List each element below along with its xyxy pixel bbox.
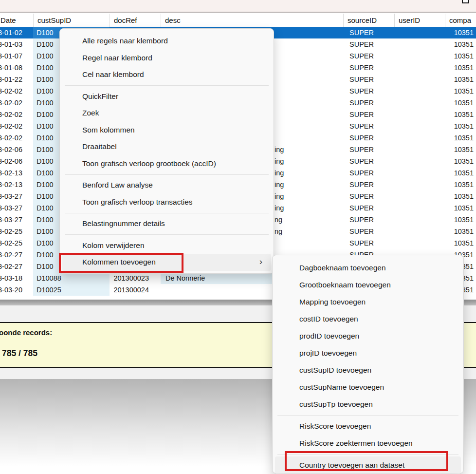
cell-date: 3-02-02 [0, 97, 22, 109]
context-menu-separator [65, 234, 269, 235]
column-header-desc[interactable]: desc [161, 14, 343, 27]
cell-company: 10351 [445, 132, 476, 144]
cell-company: 10351 [445, 74, 476, 85]
context-menu-item-som-kolommen[interactable]: Som kolommen [60, 122, 274, 139]
menu-item-label: Toon grafisch verloop transacties [82, 198, 193, 207]
cell-company: 10351 [445, 155, 476, 167]
cell-sourceid: SUPER [343, 190, 374, 202]
submenu-item-grootboeknaam-toevoegen[interactable]: Grootboeknaam toevoegen [273, 276, 463, 293]
cell-sourceid: SUPER [343, 237, 374, 249]
context-menu-item-cel-naar-klembord[interactable]: Cel naar klembord [60, 66, 274, 83]
cell-sourceid: SUPER [343, 226, 374, 237]
cell-company: 10351 [445, 38, 476, 50]
annotation-box-country-toevoegen [285, 451, 448, 471]
cell-custsupid: D10088 [33, 272, 110, 284]
context-menu-item-toon-grafisch-verloop-transacties[interactable]: Toon grafisch verloop transacties [60, 194, 274, 211]
context-menu-item-draaitabel[interactable]: Draaitabel [60, 138, 274, 155]
context-menu-item-toon-grafisch-verloop-grootboek-accid[interactable]: Toon grafisch verloop grootboek (accID) [60, 155, 274, 172]
cell-sourceid: SUPER [343, 74, 374, 85]
submenu-item-prodid-toevoegen[interactable]: prodID toevoegen [273, 327, 463, 344]
cell-company: 10351 [445, 85, 476, 97]
cell-sourceid: SUPER [343, 85, 374, 97]
cell-sourceid: SUPER [343, 50, 374, 62]
cell-desc-fragment: ng [275, 226, 282, 237]
column-header-userid[interactable]: userID [394, 14, 445, 27]
cell-sourceid: SUPER [343, 214, 374, 226]
cell-desc-fragment: ing [275, 190, 284, 202]
column-header-sourceid[interactable]: sourceID [343, 14, 394, 27]
menu-item-label: RiskScore zoektermen toevoegen [299, 439, 413, 448]
cell-date: 3-03-27 [0, 190, 22, 202]
cell-sourceid: SUPER [343, 109, 374, 120]
context-menu-item-regel-naar-klembord[interactable]: Regel naar klembord [60, 50, 274, 67]
context-menu-item-alle-regels-naar-klembord[interactable]: Alle regels naar klembord [60, 33, 274, 50]
context-menu-item-belastingnummer-details[interactable]: Belastingnummer details [60, 215, 274, 232]
menu-item-label: custSupName toevoegen [299, 383, 384, 392]
context-menu-item-zoek[interactable]: Zoek [60, 105, 274, 122]
submenu-item-dagboeknaam-toevoegen[interactable]: Dagboeknaam toevoegen [273, 259, 463, 276]
menu-item-label: Kolom verwijderen [82, 241, 145, 250]
submenu-item-custsupname-toevoegen[interactable]: custSupName toevoegen [273, 379, 463, 396]
submenu-item-mapping-toevoegen[interactable]: Mapping toevoegen [273, 293, 463, 310]
cell-sourceid: SUPER [343, 155, 374, 167]
context-menu-item-kolom-verwijderen[interactable]: Kolom verwijderen [60, 237, 274, 254]
cell-sourceid: SUPER [343, 97, 374, 109]
context-menu-separator [65, 174, 269, 175]
submenu-item-custsuptp-toevoegen[interactable]: custSupTp toevoegen [273, 396, 463, 413]
menu-item-label: QuickFilter [82, 92, 118, 101]
cell-date: 3-02-25 [0, 226, 22, 237]
submenu-item-costid-toevoegen[interactable]: costID toevoegen [273, 310, 463, 327]
cell-sourceid: SUPER [343, 38, 374, 50]
context-menu-separator [65, 213, 269, 213]
cell-company: 10351 [445, 27, 476, 38]
submenu-item-riskscore-toevoegen[interactable]: RiskScore toevoegen [273, 417, 463, 435]
context-menu-item-benford-law-analyse[interactable]: Benford Law analyse [60, 177, 274, 194]
cell-desc-fragment: ing [275, 144, 284, 155]
cell-date: 3-03-20 [0, 284, 22, 296]
context-menu-item-quickfilter[interactable]: QuickFilter [60, 88, 274, 105]
menu-item-label: Regel naar klembord [82, 54, 152, 62]
cell-company: 10351 [445, 179, 476, 190]
maximize-icon[interactable] [462, 0, 469, 3]
cell-date: 3-02-06 [0, 155, 22, 167]
cell-desc-fragment: ing [275, 202, 284, 214]
submenu-item-projid-toevoegen[interactable]: projID toevoegen [273, 344, 463, 361]
cell-date: 3-03-27 [0, 202, 22, 214]
cell-company: 10351 [445, 167, 476, 179]
cell-desc-fragment: ing [275, 179, 284, 190]
menu-item-label: costID toevoegen [299, 315, 358, 323]
submenu-item-custsupid-toevoegen[interactable]: custSupID toevoegen [273, 361, 463, 379]
cell-date: 3-02-02 [0, 109, 22, 120]
columns-submenu: Dagboeknaam toevoegenGrootboeknaam toevo… [272, 255, 464, 474]
grid-header-row: DatecustSupIDdocRefdescsourceIDuserIDcom… [0, 14, 476, 27]
column-header-docref[interactable]: docRef [110, 14, 161, 27]
window-title-bar [0, 0, 476, 13]
submenu-item-riskscore-zoektermen-toevoegen[interactable]: RiskScore zoektermen toevoegen [273, 435, 463, 452]
menu-item-label: Alle regels naar klembord [82, 37, 168, 45]
cell-company: 10351 [445, 214, 476, 226]
cell-date: 3-02-27 [0, 261, 22, 272]
menu-item-label: custSupTp toevoegen [299, 400, 373, 409]
cell-docref: 201300024 [110, 284, 161, 296]
cell-sourceid: SUPER [343, 202, 374, 214]
column-header-compa[interactable]: compa [445, 14, 476, 27]
cell-sourceid: SUPER [343, 167, 374, 179]
cell-date: 3-03-18 [0, 272, 22, 284]
cell-date: 3-01-03 [0, 38, 22, 50]
cell-desc-fragment: ing [275, 167, 284, 179]
cell-company: 10351 [445, 190, 476, 202]
records-label: oonde records: [0, 328, 52, 337]
cell-desc-fragment: ng [275, 214, 282, 226]
column-header-custsupid[interactable]: custSupID [33, 14, 110, 27]
context-menu: Alle regels naar klembordRegel naar klem… [59, 28, 274, 274]
menu-item-label: custSupID toevoegen [299, 366, 371, 375]
cell-company: 10351 [445, 144, 476, 155]
cell-sourceid: SUPER [343, 120, 374, 132]
column-header-date[interactable]: Date [0, 14, 33, 27]
menu-item-label: Dagboeknaam toevoegen [299, 264, 386, 272]
cell-date: 3-02-02 [0, 132, 22, 144]
cell-date: 3-01-22 [0, 74, 22, 85]
menu-item-label: Som kolommen [82, 126, 135, 134]
app-window: DatecustSupIDdocRefdescsourceIDuserIDcom… [0, 0, 476, 474]
submenu-separator [277, 415, 458, 416]
